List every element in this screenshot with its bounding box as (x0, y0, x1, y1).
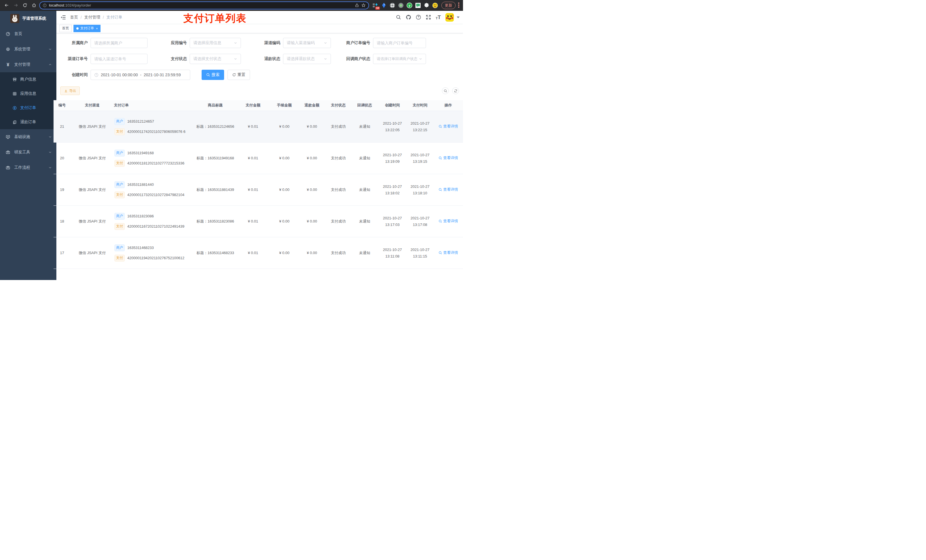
github-icon[interactable] (406, 15, 411, 20)
fullscreen-icon[interactable] (426, 15, 431, 20)
toolbox-icon (6, 150, 10, 154)
table-row[interactable]: 19 微信 JSAPI 支付 商户1635311881440 支付4200001… (53, 174, 463, 205)
pay-tag: 支付 (115, 160, 125, 167)
col-action: 操作 (433, 100, 463, 111)
col-refund: 退款金额 (298, 100, 325, 111)
col-channel: 支付渠道 (71, 100, 114, 111)
search-icon (439, 156, 442, 160)
extension-dot-icon[interactable] (398, 3, 404, 8)
reset-button[interactable]: 重置 (227, 70, 250, 80)
extension-kite-icon[interactable] (381, 3, 387, 8)
extension-command-icon[interactable] (390, 3, 395, 8)
toggle-search-button[interactable] (442, 88, 449, 94)
extension-y-icon[interactable]: y (407, 3, 412, 8)
chrome-menu-icon[interactable]: ••• (457, 2, 460, 8)
breadcrumb-home[interactable]: 首页 (70, 15, 78, 20)
sidebar-item-pay-order[interactable]: 支付订单 (0, 101, 56, 115)
site-info-icon[interactable] (43, 3, 47, 8)
browser-forward-icon[interactable] (12, 2, 20, 9)
merchant-tag: 商户 (115, 181, 125, 188)
browser-back-icon[interactable] (3, 2, 10, 9)
pay-tag: 支付 (115, 223, 125, 230)
sidebar-item-system[interactable]: 系统管理 (0, 42, 56, 57)
app-title: 芋道管理系统 (22, 16, 46, 21)
table-row[interactable]: 21 微信 JSAPI 支付 商户1635312124657 支付4200001… (53, 111, 463, 142)
view-detail-link[interactable]: 查看详情 (439, 187, 458, 192)
col-order: 支付订单 (114, 100, 195, 111)
refund-status-select[interactable]: 请选择退款状态 (283, 54, 331, 64)
notify-status-select[interactable]: 请选择订单回调商户状态 (373, 54, 426, 64)
search-icon (439, 219, 442, 223)
refund-status-label: 退款状态 (249, 56, 280, 62)
breadcrumb-parent[interactable]: 支付管理 (84, 15, 100, 20)
sidebar-item-infra[interactable]: 基础设施 (0, 129, 56, 145)
yen-icon: ¥ (6, 62, 10, 67)
sidebar-item-workflow[interactable]: 工作流程 (0, 160, 56, 175)
table-row[interactable]: 商户1635311251726 (53, 269, 463, 280)
merchant-order-no-input[interactable] (373, 38, 426, 48)
chrome-update-button[interactable]: 更新 (441, 2, 455, 9)
grid-icon (12, 92, 17, 96)
extension-tasks-icon[interactable]: 10 (372, 3, 378, 8)
avatar-caret-icon[interactable] (457, 17, 460, 18)
app-logo-row[interactable]: 芋道管理系统 (0, 11, 56, 26)
tag-pay-order[interactable]: 支付订单 × (73, 25, 100, 32)
chevron-down-icon (234, 41, 237, 45)
share-icon[interactable] (355, 3, 359, 8)
chevron-up-icon (48, 63, 52, 66)
refresh-table-button[interactable] (452, 88, 459, 94)
merchant-tag: 商户 (115, 150, 125, 157)
avatar[interactable] (445, 13, 454, 22)
chevron-down-icon (234, 57, 237, 60)
font-size-icon[interactable]: TT (436, 15, 441, 20)
chevron-down-icon (324, 57, 327, 60)
table-row[interactable]: 18 微信 JSAPI 支付 商户1635311823086 支付4200001… (53, 205, 463, 237)
merchant-tag: 商户 (115, 245, 125, 251)
refresh-icon (454, 89, 458, 93)
channel-order-no-input[interactable] (91, 54, 147, 64)
table-row[interactable]: 20 微信 JSAPI 支付 商户1635311949168 支付4200001… (53, 142, 463, 174)
extension-chat-icon[interactable] (415, 3, 421, 8)
search-icon[interactable] (396, 15, 401, 20)
download-icon (64, 89, 68, 93)
sidebar-item-payment[interactable]: ¥ 支付管理 (0, 57, 56, 72)
view-detail-link[interactable]: 查看详情 (439, 124, 458, 129)
col-amount: 支付金额 (236, 100, 270, 111)
extension-puzzle-icon[interactable] (424, 3, 430, 8)
range-separator: - (140, 72, 142, 77)
tag-close-icon[interactable]: × (96, 27, 98, 30)
col-no: 编号 (53, 100, 71, 111)
bookmark-star-icon[interactable] (362, 3, 366, 8)
tag-dot (76, 27, 79, 30)
view-detail-link[interactable]: 查看详情 (439, 155, 458, 160)
browser-reload-icon[interactable] (21, 2, 29, 9)
navbar-actions: TT (396, 13, 460, 22)
export-button[interactable]: 导出 (61, 86, 80, 95)
browser-home-icon[interactable] (30, 2, 38, 9)
sidebar-item-merchant-info[interactable]: 商户信息 (0, 72, 56, 86)
orders-table: 编号 支付渠道 支付订单 商品标题 支付金额 手续金额 退款金额 支付状态 回调… (53, 100, 463, 280)
view-detail-link[interactable]: 查看详情 (439, 219, 458, 223)
dashboard-icon (6, 32, 10, 36)
search-icon (439, 125, 442, 128)
sidebar-item-home[interactable]: 首页 (0, 26, 56, 42)
channel-code-select[interactable]: 请输入渠道编码 (283, 38, 331, 48)
view-detail-link[interactable]: 查看详情 (439, 250, 458, 255)
pay-status-select[interactable]: 请选择支付状态 (190, 54, 241, 64)
sidebar-item-devtools[interactable]: 研发工具 (0, 145, 56, 160)
create-time-range-picker[interactable]: 2021-10-01 00:00:00 - 2021-10-31 23:59:5… (91, 70, 190, 80)
app-select[interactable]: 请选择应用信息 (190, 38, 241, 48)
help-icon[interactable] (416, 15, 421, 20)
payment-submenu: 商户信息 应用信息 支付订单 退款订单 (0, 72, 56, 129)
app-logo (10, 14, 20, 23)
merchant-input[interactable] (91, 38, 147, 48)
extension-emoji-icon[interactable] (432, 3, 438, 8)
sidebar-item-app-info[interactable]: 应用信息 (0, 86, 56, 101)
address-bar[interactable]: localhost:1024/pay/order (39, 2, 369, 9)
hamburger-icon[interactable] (61, 15, 66, 20)
search-button[interactable]: 搜索 (201, 70, 224, 80)
sidebar-item-refund-order[interactable]: 退款订单 (0, 115, 56, 129)
chevron-down-icon (48, 151, 52, 154)
table-row[interactable]: 17 微信 JSAPI 支付 商户1635311468233 支付4200001… (53, 237, 463, 269)
tag-home[interactable]: 首页 (59, 25, 72, 32)
